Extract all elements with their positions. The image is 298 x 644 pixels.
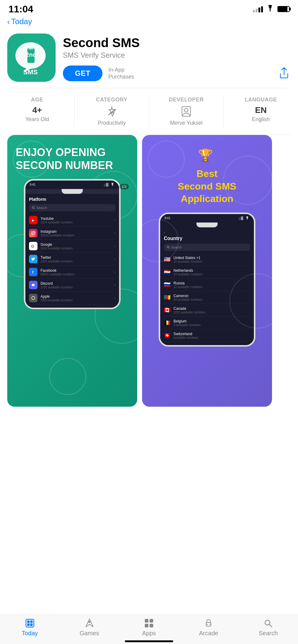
arcade-icon (204, 618, 213, 628)
svg-text:🏆: 🏆 (198, 148, 213, 162)
svg-rect-33 (242, 216, 243, 220)
svg-text:2nd: 2nd (26, 51, 37, 58)
svg-rect-45 (150, 624, 153, 627)
svg-text:f: f (32, 270, 34, 274)
app-header: 2nd SMS Second SMS SMS Verify Service GE… (0, 29, 298, 88)
country-list: 🇺🇸 United States +1 10 available numbers… (164, 253, 250, 342)
phone-mockup-1: 9:41 Platform Search › (16, 179, 129, 396)
screenshot-2: 🏆 BestSecond SMSApplication 9:41 (142, 135, 272, 407)
svg-point-8 (184, 108, 188, 112)
svg-point-20 (32, 232, 34, 234)
phone-mockup-2: 9:41 ‹ Country Search (151, 213, 264, 396)
svg-rect-43 (150, 619, 153, 623)
category-icon (77, 105, 147, 119)
tab-games-label: Games (80, 630, 99, 637)
battery-icon (277, 6, 290, 12)
svg-rect-14 (104, 184, 105, 187)
svg-rect-37 (27, 620, 30, 623)
tab-today[interactable]: Today (0, 618, 60, 637)
signal-icon (253, 6, 263, 12)
svg-line-35 (169, 248, 170, 248)
search-icon (263, 618, 273, 628)
svg-rect-39 (30, 620, 33, 623)
svg-rect-44 (145, 624, 148, 627)
info-row: AGE 4+ Years Old CATEGORY Productivity D… (0, 88, 298, 135)
svg-point-34 (167, 246, 169, 248)
tab-arcade-label: Arcade (199, 630, 218, 637)
app-icon: 2nd SMS (7, 34, 56, 82)
status-time: 11:04 (8, 4, 33, 15)
svg-rect-17 (108, 183, 108, 187)
svg-line-19 (34, 208, 35, 209)
app-actions: GET In-App Purchases (63, 66, 291, 81)
svg-rect-16 (106, 183, 107, 187)
tab-search-label: Search (259, 630, 278, 637)
svg-rect-42 (145, 619, 148, 623)
tab-today-label: Today (22, 630, 38, 637)
back-chevron-icon: ‹ (7, 18, 10, 26)
svg-point-21 (34, 232, 35, 232)
screenshot-1: ENJOY OPENING SECOND NUMBER 9:41 Platfor (7, 135, 137, 407)
svg-point-18 (32, 207, 34, 208)
app-subtitle: SMS Verify Service (63, 51, 291, 59)
tab-apps[interactable]: Apps (119, 618, 179, 637)
svg-rect-32 (241, 216, 242, 220)
svg-text:G: G (31, 244, 34, 248)
tab-bar: Today Games Apps Arcade (0, 614, 298, 644)
svg-rect-31 (240, 217, 241, 220)
share-button[interactable] (277, 66, 291, 81)
tab-arcade[interactable]: Arcade (179, 618, 238, 637)
status-bar: 11:04 (0, 0, 298, 16)
laurel-icon: 🏆 (151, 146, 264, 164)
home-indicator (125, 640, 173, 642)
status-icons (253, 5, 290, 13)
svg-rect-36 (26, 619, 34, 627)
info-category[interactable]: CATEGORY Productivity (75, 95, 149, 127)
svg-rect-30 (239, 218, 239, 220)
svg-point-41 (89, 621, 90, 623)
app-info: Second SMS SMS Verify Service GET In-App… (63, 34, 291, 81)
info-developer[interactable]: DEVELOPER Merve Yuksel (149, 95, 224, 127)
info-language: LANGUAGE EN English (224, 95, 298, 127)
back-label: Today (11, 17, 32, 26)
svg-rect-40 (30, 623, 33, 626)
app-name: Second SMS (63, 36, 291, 50)
developer-icon (152, 105, 221, 119)
screenshots-section: ENJOY OPENING SECOND NUMBER 9:41 Platfor (0, 135, 298, 407)
info-age: AGE 4+ Years Old (0, 95, 75, 127)
svg-point-0 (270, 10, 271, 11)
screenshot-1-title: ENJOY OPENING SECOND NUMBER (16, 146, 129, 172)
wifi-icon (266, 5, 274, 13)
screenshots-container: ENJOY OPENING SECOND NUMBER 9:41 Platfor (0, 135, 298, 407)
svg-point-49 (209, 624, 210, 625)
svg-rect-38 (27, 623, 30, 626)
page-indicator: 1/3 (119, 184, 129, 189)
today-icon (25, 618, 35, 628)
svg-line-51 (269, 624, 272, 627)
apps-icon (144, 618, 154, 628)
tab-apps-label: Apps (142, 630, 156, 637)
screenshot-2-title: BestSecond SMSApplication (151, 168, 264, 205)
back-nav[interactable]: ‹ Today (0, 16, 298, 29)
svg-rect-15 (105, 184, 106, 187)
in-app-purchases-label: In-App Purchases (109, 66, 134, 81)
tab-search[interactable]: Search (238, 618, 298, 637)
app-list: ▶ Youtube 1234 available numbers › (29, 214, 115, 305)
tab-games[interactable]: Games (60, 618, 119, 637)
get-button[interactable]: GET (63, 66, 102, 81)
svg-text:SMS: SMS (23, 68, 38, 76)
games-icon (85, 618, 94, 628)
